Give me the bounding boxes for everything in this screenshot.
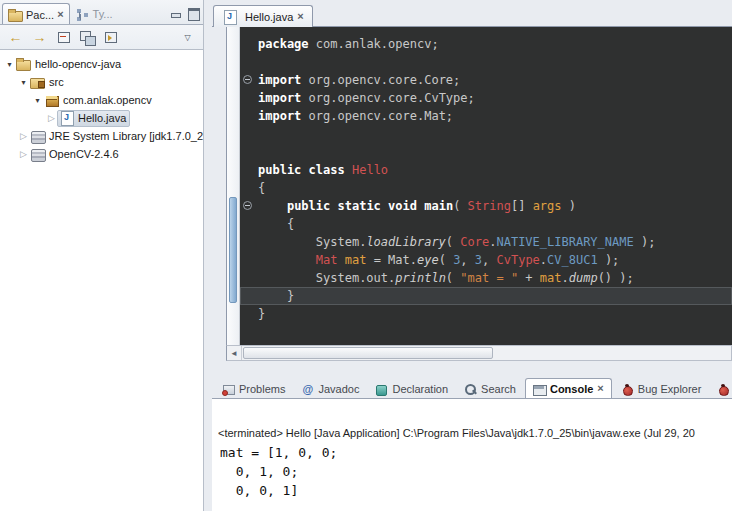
search-icon xyxy=(464,383,477,395)
annotation-ruler[interactable] xyxy=(227,27,240,345)
link-with-editor-icon[interactable] xyxy=(77,27,98,47)
maximize-icon[interactable] xyxy=(188,8,199,18)
expanded-arrow-icon[interactable]: ▾ xyxy=(32,96,43,105)
console-output[interactable]: mat = [1, 0, 0; 0, 1, 0; 0, 0, 1] xyxy=(220,443,732,500)
java-file-icon xyxy=(59,111,75,125)
code-line[interactable]: System.out.println( "mat = " + mat.dump(… xyxy=(240,269,732,287)
package-explorer-toolbar xyxy=(0,25,203,50)
code-token: ( xyxy=(453,197,467,215)
forward-icon[interactable] xyxy=(29,27,50,47)
code-token: public xyxy=(258,161,301,179)
code-token: { xyxy=(258,179,265,197)
view-tab-pac[interactable]: Pac... xyxy=(2,3,70,24)
bottom-tab-bug[interactable]: Bug xyxy=(710,378,732,399)
tree-item-label: Hello.java xyxy=(78,112,126,124)
code-line[interactable]: import org.opencv.core.CvType; xyxy=(240,89,732,107)
expanded-arrow-icon[interactable]: ▾ xyxy=(4,60,15,69)
code-token xyxy=(258,197,287,215)
fold-margin xyxy=(240,269,258,287)
scroll-left-icon[interactable] xyxy=(227,346,242,360)
fold-margin xyxy=(240,197,258,215)
fold-collapse-icon[interactable] xyxy=(243,201,252,210)
tree-item-hello-java[interactable]: ▷Hello.java xyxy=(0,109,203,127)
minimize-icon[interactable] xyxy=(170,8,181,18)
code-token: CvType xyxy=(497,251,540,269)
code-line[interactable]: public static void main( String[] args ) xyxy=(240,197,732,215)
back-icon[interactable] xyxy=(5,27,26,47)
code-token: import xyxy=(258,107,301,125)
tree-item-opencv-2-4-6[interactable]: ▷OpenCV-2.4.6 xyxy=(0,145,203,163)
code-line[interactable] xyxy=(240,143,732,161)
code-token: CV_8UC1 xyxy=(547,251,598,269)
collapse-all-icon[interactable] xyxy=(53,27,74,47)
expanded-arrow-icon[interactable]: ▾ xyxy=(18,78,29,87)
collapsed-arrow-icon[interactable]: ▷ xyxy=(18,131,29,141)
code-token: , xyxy=(460,251,474,269)
code-line[interactable]: System.loadLibrary( Core.NATIVE_LIBRARY_… xyxy=(240,233,732,251)
code-token: Hello xyxy=(352,161,388,179)
code-token xyxy=(301,161,308,179)
tree-item-body: Hello.java xyxy=(57,110,130,127)
code-area[interactable]: package com.anlak.opencv;import org.open… xyxy=(240,27,732,345)
bottom-tab-javadoc[interactable]: Javadoc xyxy=(294,378,366,399)
editor-tab-hello-java[interactable]: Hello.java xyxy=(213,5,313,27)
code-token: ); xyxy=(598,251,620,269)
code-token: + xyxy=(518,269,540,287)
code-line[interactable]: } xyxy=(240,287,732,305)
code-line[interactable]: } xyxy=(240,305,732,323)
tree-item-label: OpenCV-2.4.6 xyxy=(49,148,119,160)
close-icon[interactable] xyxy=(57,9,63,20)
code-token: org.opencv.core.Mat; xyxy=(301,107,453,125)
view-tab-label: Pac... xyxy=(26,9,54,21)
view-menu-icon[interactable] xyxy=(177,27,198,47)
code-line[interactable]: import org.opencv.core.Core; xyxy=(240,71,732,89)
tree-item-label: com.anlak.opencv xyxy=(63,94,152,106)
problems-icon xyxy=(222,383,235,395)
library-icon xyxy=(30,147,46,161)
tree-item-body: hello-opencv-java xyxy=(15,56,124,73)
bottom-tab-search[interactable]: Search xyxy=(457,378,523,399)
bug-icon xyxy=(621,383,634,395)
code-line[interactable]: { xyxy=(240,215,732,233)
bottom-tab-console[interactable]: Console xyxy=(525,378,612,399)
type-hierarchy-icon xyxy=(75,8,90,21)
code-token: { xyxy=(258,215,294,233)
code-line[interactable]: package com.anlak.opencv; xyxy=(240,35,732,53)
tree-item-com-anlak-opencv[interactable]: ▾com.anlak.opencv xyxy=(0,91,203,109)
code-line[interactable] xyxy=(240,125,732,143)
tree-item-hello-opencv-java[interactable]: ▾hello-opencv-java xyxy=(0,55,203,73)
code-line[interactable]: Mat mat = Mat.eye( 3, 3, CvType.CV_8UC1 … xyxy=(240,251,732,269)
focus-view-icon[interactable] xyxy=(101,27,122,47)
code-line[interactable]: { xyxy=(240,179,732,197)
tree-item-jre-system-library-jdk1-7-0-25[interactable]: ▷JRE System Library [jdk1.7.0_25] xyxy=(0,127,203,145)
scrollbar-thumb[interactable] xyxy=(243,347,493,359)
code-line[interactable] xyxy=(240,53,732,71)
close-icon[interactable] xyxy=(297,11,303,22)
code-token: mat xyxy=(540,269,562,287)
java-file-icon xyxy=(222,10,238,24)
fold-margin xyxy=(240,71,258,89)
close-icon[interactable] xyxy=(597,383,603,394)
code-token: dump xyxy=(569,269,598,287)
collapsed-arrow-icon[interactable]: ▷ xyxy=(18,149,29,159)
code-token: String xyxy=(468,197,511,215)
bottom-tab-declaration[interactable]: Declaration xyxy=(368,378,455,399)
code-token: . xyxy=(561,269,568,287)
collapsed-arrow-icon[interactable]: ▷ xyxy=(46,113,57,123)
horizontal-scrollbar[interactable] xyxy=(226,345,732,361)
eclipse-window: Pac...Ty... ▾hello-opencv-java▾src▾com.a… xyxy=(0,0,732,511)
code-token: 3 xyxy=(453,251,460,269)
fold-collapse-icon[interactable] xyxy=(243,75,252,84)
code-line[interactable]: import org.opencv.core.Mat; xyxy=(240,107,732,125)
tree-item-src[interactable]: ▾src xyxy=(0,73,203,91)
code-token: class xyxy=(309,161,345,179)
code-token: eye xyxy=(417,251,439,269)
view-tab-ty[interactable]: Ty... xyxy=(70,3,118,24)
bottom-tab-problems[interactable]: Problems xyxy=(215,378,292,399)
code-token: () ); xyxy=(598,269,634,287)
code-line[interactable]: public class Hello xyxy=(240,161,732,179)
bottom-tab-bug-explorer[interactable]: Bug Explorer xyxy=(614,378,709,399)
tree-item-body: src xyxy=(29,74,67,91)
editor-tab-row: Hello.java xyxy=(212,4,732,27)
code-token: ( xyxy=(446,233,460,251)
